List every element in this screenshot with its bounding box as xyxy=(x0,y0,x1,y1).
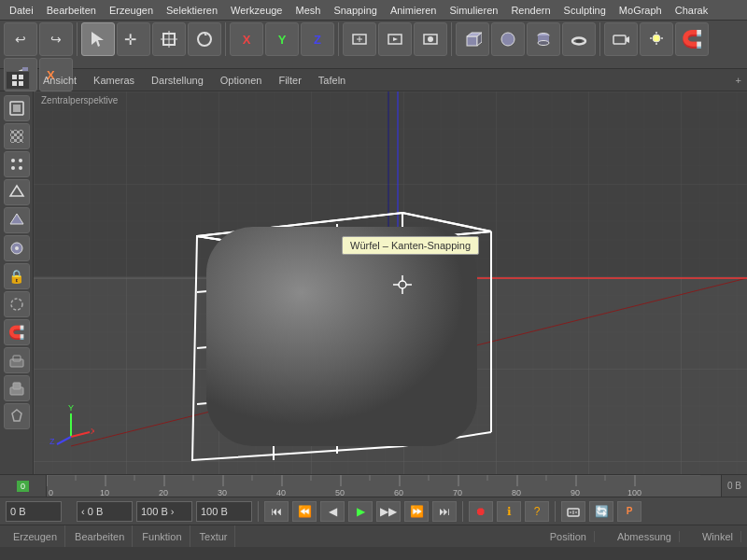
svg-rect-29 xyxy=(12,75,17,79)
transport-next-btn[interactable]: ⏩ xyxy=(404,501,429,522)
render-button[interactable] xyxy=(378,22,412,56)
lt-btn-12[interactable] xyxy=(4,403,30,429)
transport-speed-btn[interactable]: P xyxy=(617,501,641,522)
menu-simulieren[interactable]: Simulieren xyxy=(444,3,503,18)
magnet-button[interactable]: 🧲 xyxy=(675,22,709,56)
lt-btn-8[interactable] xyxy=(4,291,30,317)
menu-sculpting[interactable]: Sculpting xyxy=(558,3,612,18)
cube-button[interactable] xyxy=(456,22,489,56)
menu-erzeugen[interactable]: Erzeugen xyxy=(104,3,159,18)
x-axis-button[interactable]: X xyxy=(230,22,263,56)
select-tool-button[interactable] xyxy=(81,22,115,56)
camera-button[interactable] xyxy=(604,22,638,56)
menu-mesh[interactable]: Mesh xyxy=(289,3,326,18)
menu-rendern[interactable]: Rendern xyxy=(505,3,556,18)
sphere-button[interactable] xyxy=(491,22,525,56)
svg-point-42 xyxy=(19,166,22,170)
status-abmessung[interactable]: Abmessung xyxy=(610,531,680,542)
transport-step-fwd-btn[interactable]: ▶▶ xyxy=(376,501,401,522)
vt-tafeln[interactable]: Tafeln xyxy=(311,73,353,88)
transport-loop-btn[interactable]: 🔄 xyxy=(589,501,613,522)
main-area: 🔒 🧲 xyxy=(0,91,747,474)
svg-rect-20 xyxy=(613,35,626,44)
transport-play-btn[interactable]: ▶ xyxy=(348,501,373,522)
vt-ansicht[interactable]: Ansicht xyxy=(35,73,84,88)
transport-info-btn[interactable]: ℹ xyxy=(497,501,521,522)
move-tool-button[interactable]: ✛ xyxy=(117,22,150,56)
vt-kameras[interactable]: Kameras xyxy=(86,73,142,88)
lt-btn-10[interactable] xyxy=(4,347,30,373)
redo-button[interactable]: ↪ xyxy=(39,22,73,56)
transport-field-start[interactable]: ‹ 0 B xyxy=(77,501,133,522)
svg-text:10: 10 xyxy=(100,488,109,497)
cylinder-button[interactable] xyxy=(527,22,560,56)
scale-tool-button[interactable] xyxy=(152,22,186,56)
svg-point-19 xyxy=(576,40,582,43)
transport-keys-btn[interactable] xyxy=(561,501,585,522)
menu-werkzeuge[interactable]: Werkzeuge xyxy=(225,3,288,18)
vt-plus-btn[interactable]: + xyxy=(736,75,741,86)
transport-help-btn[interactable]: ? xyxy=(525,501,549,522)
transport-field-end[interactable]: 100 B › xyxy=(136,501,192,522)
render-view-button[interactable] xyxy=(414,22,447,56)
svg-point-14 xyxy=(501,33,514,46)
svg-text:90: 90 xyxy=(571,488,580,497)
undo-button[interactable]: ↩ xyxy=(4,22,37,56)
torus-button[interactable] xyxy=(562,22,596,56)
svg-rect-49 xyxy=(10,359,23,367)
vt-optionen[interactable]: Optionen xyxy=(213,73,270,88)
lt-btn-11[interactable] xyxy=(4,375,30,401)
timeline-area: 0 0 10 20 30 40 50 60 70 80 xyxy=(0,474,747,497)
transport-record-btn[interactable]: ⏺ xyxy=(469,501,493,522)
lt-mode-points[interactable] xyxy=(4,151,30,177)
svg-text:30: 30 xyxy=(218,488,227,497)
light-button[interactable] xyxy=(640,22,673,56)
grid-svg xyxy=(34,91,747,474)
transport-start-btn[interactable]: ⏮ xyxy=(264,501,289,522)
menu-charak[interactable]: Charak xyxy=(669,3,713,18)
status-bearbeiten[interactable]: Bearbeiten xyxy=(67,525,133,547)
svg-rect-34 xyxy=(13,105,21,112)
y-axis-button[interactable]: Y xyxy=(265,22,299,56)
lt-mode-edges[interactable] xyxy=(4,179,30,205)
svg-point-48 xyxy=(11,299,22,310)
lt-btn-7[interactable]: 🔒 xyxy=(4,263,30,289)
timeline-ruler[interactable]: 0 10 20 30 40 50 60 70 80 90 100 xyxy=(47,475,721,497)
menu-mograph[interactable]: MoGraph xyxy=(613,3,668,18)
status-erzeugen[interactable]: Erzeugen xyxy=(6,525,65,547)
status-position[interactable]: Position xyxy=(543,531,595,542)
toolbar-sep-1 xyxy=(77,22,78,56)
transport-prev-btn[interactable]: ⏪ xyxy=(292,501,317,522)
status-winkel[interactable]: Winkel xyxy=(695,531,741,542)
svg-text:100: 100 xyxy=(627,488,641,497)
lt-btn-6[interactable] xyxy=(4,235,30,261)
render-region-button[interactable] xyxy=(343,22,376,56)
status-funktion[interactable]: Funktion xyxy=(134,525,190,547)
vt-darstellung[interactable]: Darstellung xyxy=(144,73,211,88)
svg-rect-30 xyxy=(19,75,23,79)
lt-magnet-btn[interactable]: 🧲 xyxy=(4,319,30,345)
lt-mode-texture[interactable] xyxy=(4,123,30,149)
rotate-tool-button[interactable] xyxy=(188,22,221,56)
status-textur[interactable]: Textur xyxy=(192,525,236,547)
transport-end-btn[interactable]: ⏭ xyxy=(432,501,457,522)
svg-text:🔒: 🔒 xyxy=(8,269,25,285)
transport-field-max[interactable]: 100 B xyxy=(196,501,252,522)
menu-selektieren[interactable]: Selektieren xyxy=(161,3,223,18)
z-axis-button[interactable]: Z xyxy=(301,22,334,56)
viewport[interactable]: Zentralperspektive Würfel – Kanten-Snapp… xyxy=(34,91,747,474)
menu-bearbeiten[interactable]: Bearbeiten xyxy=(41,3,102,18)
vt-filter[interactable]: Filter xyxy=(271,73,308,88)
toolbar-sep-4 xyxy=(451,22,452,56)
svg-point-22 xyxy=(653,35,660,42)
menu-datei[interactable]: Datei xyxy=(4,3,39,18)
lt-mode-polys[interactable] xyxy=(4,207,30,233)
menu-snapping[interactable]: Snapping xyxy=(328,3,383,18)
transport-field-current[interactable]: 0 B xyxy=(6,501,62,522)
viewport-icon[interactable] xyxy=(6,71,30,90)
lt-mode-object[interactable] xyxy=(4,95,30,121)
svg-text:0: 0 xyxy=(49,488,53,497)
menu-animieren[interactable]: Animieren xyxy=(385,3,443,18)
transport-step-back-btn[interactable]: ◀ xyxy=(320,501,345,522)
svg-text:70: 70 xyxy=(453,488,462,497)
